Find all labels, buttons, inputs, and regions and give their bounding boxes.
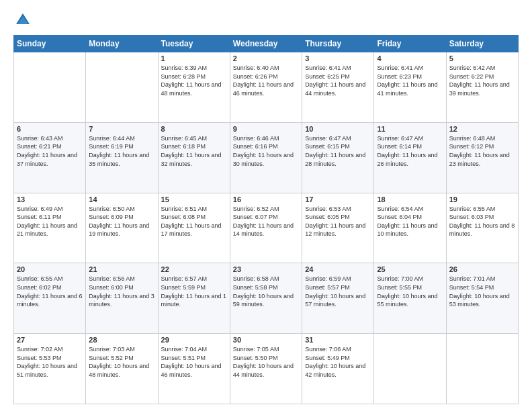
calendar-cell: 28Sunrise: 7:03 AM Sunset: 5:52 PM Dayli… <box>86 334 158 404</box>
calendar-day-header: Monday <box>86 36 158 52</box>
day-number: 18 <box>377 195 443 203</box>
calendar-cell: 10Sunrise: 6:47 AM Sunset: 6:15 PM Dayli… <box>302 122 374 193</box>
day-number: 12 <box>449 125 515 133</box>
day-number: 11 <box>377 125 443 133</box>
day-info: Sunrise: 6:59 AM Sunset: 5:57 PM Dayligh… <box>305 275 371 308</box>
day-number: 28 <box>89 336 154 344</box>
calendar-cell <box>86 52 158 123</box>
day-info: Sunrise: 6:46 AM Sunset: 6:16 PM Dayligh… <box>233 134 299 168</box>
day-info: Sunrise: 6:48 AM Sunset: 6:12 PM Dayligh… <box>449 134 515 168</box>
day-number: 5 <box>449 54 515 62</box>
calendar-table: SundayMondayTuesdayWednesdayThursdayFrid… <box>13 35 519 404</box>
calendar-cell: 24Sunrise: 6:59 AM Sunset: 5:57 PM Dayli… <box>302 263 374 334</box>
day-info: Sunrise: 7:05 AM Sunset: 5:50 PM Dayligh… <box>233 345 299 379</box>
day-number: 20 <box>17 265 83 273</box>
day-info: Sunrise: 6:49 AM Sunset: 6:11 PM Dayligh… <box>17 205 83 238</box>
day-info: Sunrise: 7:06 AM Sunset: 5:49 PM Dayligh… <box>305 345 371 379</box>
day-info: Sunrise: 6:45 AM Sunset: 6:18 PM Dayligh… <box>161 134 227 168</box>
day-number: 29 <box>161 336 227 344</box>
calendar-cell: 31Sunrise: 7:06 AM Sunset: 5:49 PM Dayli… <box>302 334 374 404</box>
day-number: 13 <box>17 195 83 203</box>
day-info: Sunrise: 6:41 AM Sunset: 6:23 PM Dayligh… <box>377 64 443 97</box>
day-info: Sunrise: 6:51 AM Sunset: 6:08 PM Dayligh… <box>161 205 227 238</box>
day-number: 1 <box>161 54 227 62</box>
calendar-week-row: 6Sunrise: 6:43 AM Sunset: 6:21 PM Daylig… <box>14 122 519 193</box>
header <box>13 11 519 30</box>
day-number: 8 <box>161 125 227 133</box>
calendar-cell: 13Sunrise: 6:49 AM Sunset: 6:11 PM Dayli… <box>14 193 86 263</box>
day-info: Sunrise: 6:39 AM Sunset: 6:28 PM Dayligh… <box>161 64 227 97</box>
calendar-cell: 27Sunrise: 7:02 AM Sunset: 5:53 PM Dayli… <box>14 334 86 404</box>
day-info: Sunrise: 6:54 AM Sunset: 6:04 PM Dayligh… <box>377 205 443 238</box>
day-number: 10 <box>305 125 371 133</box>
day-info: Sunrise: 6:55 AM Sunset: 6:03 PM Dayligh… <box>449 205 515 238</box>
calendar-cell: 17Sunrise: 6:53 AM Sunset: 6:05 PM Dayli… <box>302 193 374 263</box>
day-number: 6 <box>17 125 83 133</box>
calendar-cell: 2Sunrise: 6:40 AM Sunset: 6:26 PM Daylig… <box>230 52 302 123</box>
calendar-cell: 11Sunrise: 6:47 AM Sunset: 6:14 PM Dayli… <box>374 122 446 193</box>
calendar-cell: 16Sunrise: 6:52 AM Sunset: 6:07 PM Dayli… <box>230 193 302 263</box>
logo <box>13 11 34 30</box>
day-number: 17 <box>305 195 371 203</box>
day-number: 24 <box>305 265 371 273</box>
day-info: Sunrise: 7:02 AM Sunset: 5:53 PM Dayligh… <box>17 345 83 379</box>
day-info: Sunrise: 7:01 AM Sunset: 5:54 PM Dayligh… <box>449 275 515 308</box>
calendar-cell: 9Sunrise: 6:46 AM Sunset: 6:16 PM Daylig… <box>230 122 302 193</box>
calendar-day-header: Wednesday <box>230 36 302 52</box>
day-number: 19 <box>449 195 515 203</box>
day-number: 9 <box>233 125 299 133</box>
calendar-cell: 30Sunrise: 7:05 AM Sunset: 5:50 PM Dayli… <box>230 334 302 404</box>
day-number: 3 <box>305 54 371 62</box>
calendar-day-header: Saturday <box>446 36 518 52</box>
day-number: 25 <box>377 265 443 273</box>
day-number: 7 <box>89 125 154 133</box>
calendar-week-row: 13Sunrise: 6:49 AM Sunset: 6:11 PM Dayli… <box>14 193 519 263</box>
calendar-cell: 7Sunrise: 6:44 AM Sunset: 6:19 PM Daylig… <box>86 122 158 193</box>
calendar-cell: 8Sunrise: 6:45 AM Sunset: 6:18 PM Daylig… <box>158 122 230 193</box>
day-info: Sunrise: 6:40 AM Sunset: 6:26 PM Dayligh… <box>233 64 299 97</box>
day-number: 31 <box>305 336 371 344</box>
calendar-cell <box>14 52 86 123</box>
day-number: 22 <box>161 265 227 273</box>
day-number: 23 <box>233 265 299 273</box>
calendar-cell: 29Sunrise: 7:04 AM Sunset: 5:51 PM Dayli… <box>158 334 230 404</box>
calendar-cell: 19Sunrise: 6:55 AM Sunset: 6:03 PM Dayli… <box>446 193 518 263</box>
day-info: Sunrise: 6:47 AM Sunset: 6:15 PM Dayligh… <box>305 134 371 168</box>
day-info: Sunrise: 6:47 AM Sunset: 6:14 PM Dayligh… <box>377 134 443 168</box>
day-number: 14 <box>89 195 154 203</box>
day-info: Sunrise: 7:03 AM Sunset: 5:52 PM Dayligh… <box>89 345 154 379</box>
day-number: 4 <box>377 54 443 62</box>
day-info: Sunrise: 6:58 AM Sunset: 5:58 PM Dayligh… <box>233 275 299 308</box>
day-number: 15 <box>161 195 227 203</box>
day-info: Sunrise: 6:41 AM Sunset: 6:25 PM Dayligh… <box>305 64 371 97</box>
calendar-cell <box>446 334 518 404</box>
day-number: 16 <box>233 195 299 203</box>
day-info: Sunrise: 6:50 AM Sunset: 6:09 PM Dayligh… <box>89 205 154 238</box>
calendar-cell: 21Sunrise: 6:56 AM Sunset: 6:00 PM Dayli… <box>86 263 158 334</box>
calendar-cell: 4Sunrise: 6:41 AM Sunset: 6:23 PM Daylig… <box>374 52 446 123</box>
calendar-day-header: Sunday <box>14 36 86 52</box>
calendar-day-header: Friday <box>374 36 446 52</box>
calendar-cell: 20Sunrise: 6:55 AM Sunset: 6:02 PM Dayli… <box>14 263 86 334</box>
day-info: Sunrise: 6:55 AM Sunset: 6:02 PM Dayligh… <box>17 275 83 308</box>
calendar-week-row: 1Sunrise: 6:39 AM Sunset: 6:28 PM Daylig… <box>14 52 519 123</box>
day-number: 21 <box>89 265 154 273</box>
day-info: Sunrise: 6:56 AM Sunset: 6:00 PM Dayligh… <box>89 275 154 308</box>
logo-icon <box>13 11 32 30</box>
day-info: Sunrise: 6:42 AM Sunset: 6:22 PM Dayligh… <box>449 64 515 97</box>
day-info: Sunrise: 6:53 AM Sunset: 6:05 PM Dayligh… <box>305 205 371 238</box>
calendar-cell: 12Sunrise: 6:48 AM Sunset: 6:12 PM Dayli… <box>446 122 518 193</box>
calendar-cell <box>374 334 446 404</box>
calendar-cell: 18Sunrise: 6:54 AM Sunset: 6:04 PM Dayli… <box>374 193 446 263</box>
day-number: 27 <box>17 336 83 344</box>
calendar-cell: 26Sunrise: 7:01 AM Sunset: 5:54 PM Dayli… <box>446 263 518 334</box>
calendar-cell: 23Sunrise: 6:58 AM Sunset: 5:58 PM Dayli… <box>230 263 302 334</box>
day-info: Sunrise: 6:57 AM Sunset: 5:59 PM Dayligh… <box>161 275 227 308</box>
calendar-cell: 14Sunrise: 6:50 AM Sunset: 6:09 PM Dayli… <box>86 193 158 263</box>
calendar-cell: 6Sunrise: 6:43 AM Sunset: 6:21 PM Daylig… <box>14 122 86 193</box>
calendar-day-header: Tuesday <box>158 36 230 52</box>
calendar-week-row: 20Sunrise: 6:55 AM Sunset: 6:02 PM Dayli… <box>14 263 519 334</box>
calendar-cell: 15Sunrise: 6:51 AM Sunset: 6:08 PM Dayli… <box>158 193 230 263</box>
day-info: Sunrise: 7:00 AM Sunset: 5:55 PM Dayligh… <box>377 275 443 308</box>
day-info: Sunrise: 7:04 AM Sunset: 5:51 PM Dayligh… <box>161 345 227 379</box>
